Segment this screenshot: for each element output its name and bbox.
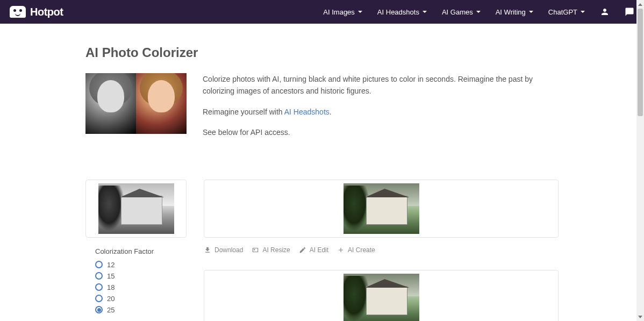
chevron-down-icon [423, 11, 427, 13]
page-title: AI Photo Colorizer [85, 45, 559, 60]
nav-label: ChatGPT [548, 8, 577, 16]
factor-label: Colorization Factor [95, 247, 177, 255]
intro-text: Colorize photos with AI, turning black a… [203, 73, 559, 147]
ai-resize-button[interactable]: AI Resize [252, 246, 290, 254]
scrollbar[interactable] [636, 0, 644, 321]
intro: Colorize photos with AI, turning black a… [85, 73, 559, 147]
factor-25[interactable]: 25 [95, 306, 177, 314]
logo[interactable]: Hotpot [10, 6, 63, 18]
workzone: Colorization Factor 12 15 18 20 [85, 180, 559, 321]
result-image[interactable] [344, 274, 419, 321]
intro-p1: Colorize photos with AI, turning black a… [203, 73, 559, 97]
nav: AI Images AI Headshots AI Games AI Writi… [323, 7, 634, 17]
radio-icon [95, 283, 103, 291]
scroll-down-icon[interactable] [636, 312, 644, 321]
resize-icon [252, 246, 259, 254]
download-button[interactable]: Download [204, 246, 243, 254]
ai-edit-button[interactable]: AI Edit [299, 246, 328, 254]
factor-15[interactable]: 15 [95, 272, 177, 280]
ai-create-button[interactable]: AI Create [337, 246, 375, 254]
intro-p2: Reimagine yourself with AI Headshots. [203, 106, 559, 118]
factor-value: 18 [107, 283, 115, 291]
user-icon[interactable] [600, 7, 610, 17]
page: AI Photo Colorizer Colorize photos with … [80, 24, 564, 321]
source-image-card[interactable] [85, 180, 187, 238]
chevron-down-icon [358, 11, 362, 13]
nav-ai-headshots[interactable]: AI Headshots [377, 8, 427, 16]
right-panel: Download AI Resize AI Edit AI Create [204, 180, 559, 321]
nav-ai-games[interactable]: AI Games [442, 8, 481, 16]
nav-ai-writing[interactable]: AI Writing [496, 8, 533, 16]
result-actions-1: Download AI Resize AI Edit AI Create [204, 246, 559, 270]
radio-icon [95, 272, 103, 280]
radio-icon [95, 261, 103, 268]
logo-icon [10, 6, 26, 18]
nav-label: AI Games [442, 8, 473, 16]
scroll-up-icon[interactable] [636, 0, 644, 9]
intro-p3: See below for API access. [203, 126, 559, 138]
chevron-down-icon [581, 11, 585, 13]
nav-ai-images[interactable]: AI Images [323, 8, 362, 16]
factor-value: 15 [107, 272, 115, 280]
chevron-down-icon [529, 11, 533, 13]
brand-name: Hotpot [30, 6, 63, 18]
header: Hotpot AI Images AI Headshots AI Games A… [0, 0, 644, 24]
factor-20[interactable]: 20 [95, 295, 177, 303]
factor-12[interactable]: 12 [95, 261, 177, 269]
radio-icon [95, 295, 103, 302]
result-card-1 [204, 180, 559, 238]
nav-label: AI Writing [496, 8, 526, 16]
result-image[interactable] [344, 183, 419, 234]
create-icon [337, 246, 345, 254]
nav-chatgpt[interactable]: ChatGPT [548, 8, 585, 16]
factor-value: 25 [107, 306, 115, 314]
factor-18[interactable]: 18 [95, 283, 177, 291]
radio-icon [95, 306, 103, 313]
download-icon [204, 246, 211, 254]
nav-label: AI Images [323, 8, 355, 16]
controls: Colorization Factor 12 15 18 20 [85, 238, 187, 321]
left-panel: Colorization Factor 12 15 18 20 [85, 180, 187, 321]
ai-headshots-link[interactable]: AI Headshots [284, 108, 330, 116]
scroll-thumb[interactable] [638, 9, 643, 116]
source-image [98, 183, 174, 234]
factor-value: 12 [107, 261, 115, 269]
intro-image [85, 73, 187, 134]
edit-icon [299, 246, 306, 254]
chat-icon[interactable] [625, 7, 634, 17]
nav-label: AI Headshots [377, 8, 419, 16]
result-card-2 [204, 270, 559, 321]
factor-value: 20 [107, 295, 115, 303]
chevron-down-icon [476, 11, 481, 13]
